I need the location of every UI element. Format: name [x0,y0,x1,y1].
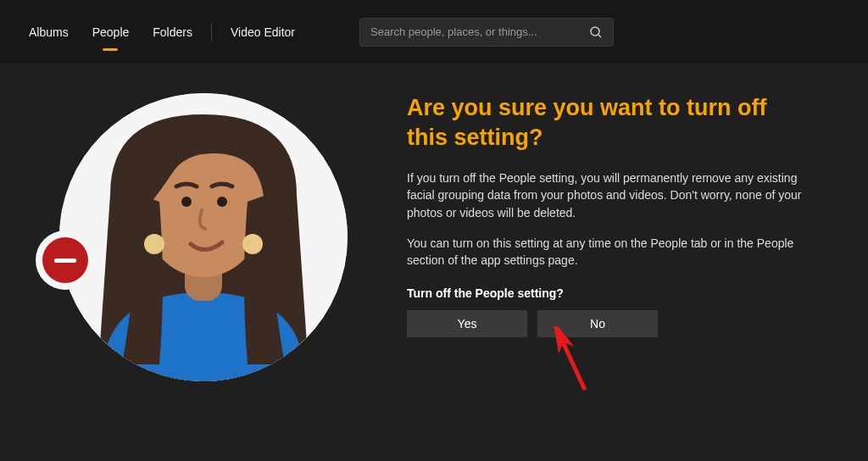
dialog-heading: Are you sure you want to turn off this s… [407,93,805,153]
yes-button[interactable]: Yes [407,310,527,337]
remove-badge [36,230,95,290]
nav-folders[interactable]: Folders [141,19,204,46]
svg-point-9 [242,234,263,254]
nav: Albums People Folders Video Editor [17,19,307,46]
dialog-para-2: You can turn on this setting at any time… [407,235,805,269]
svg-point-8 [144,234,164,254]
svg-point-6 [181,197,192,207]
dialog-question: Turn off the People setting? [407,286,805,300]
nav-albums[interactable]: Albums [17,19,81,46]
person-avatar-icon [59,93,348,381]
button-row: Yes No [407,310,805,337]
dialog-para-1: If you turn off the People setting, you … [407,169,805,221]
nav-video-editor[interactable]: Video Editor [219,19,307,46]
svg-point-7 [217,197,227,207]
svg-line-1 [598,35,601,37]
no-button[interactable]: No [537,310,658,337]
minus-icon [42,237,88,283]
search-box[interactable] [359,18,614,47]
search-icon [589,25,603,39]
search-input[interactable] [370,25,589,38]
content: Are you sure you want to turn off this s… [0,64,868,381]
nav-divider [211,23,212,42]
svg-point-0 [591,27,599,36]
top-bar: Albums People Folders Video Editor [0,0,868,64]
dialog-text: Are you sure you want to turn off this s… [407,89,805,381]
search-container [359,18,614,47]
illustration [34,89,373,381]
avatar-circle [59,93,348,381]
nav-people[interactable]: People [81,19,142,46]
avatar-wrap [59,93,348,381]
